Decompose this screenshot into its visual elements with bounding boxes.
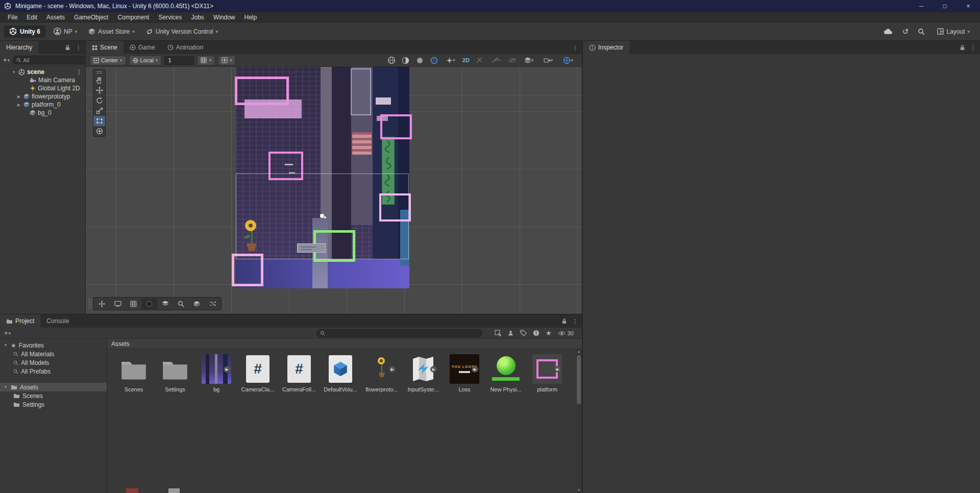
panel-menu-icon[interactable]: ⋮ [572,317,578,325]
asset-camera-script-1[interactable]: # CameraCla... [238,354,277,392]
scene-lighting-off-icon[interactable] [475,56,484,65]
asset-settings-folder[interactable]: Settings [156,354,194,392]
lighting-toggle-icon[interactable] [401,56,410,65]
hierarchy-add-button[interactable]: + ▾ [2,56,11,64]
hierarchy-item-bg-0[interactable]: bg_0 [0,109,85,117]
pan-view-icon[interactable] [94,298,110,309]
menu-window[interactable]: Window [209,12,240,22]
triangle-down-icon[interactable]: ▼ [11,70,16,75]
tree-assets-root[interactable]: ▼ Assets [0,383,107,391]
grid-size-input[interactable] [164,56,194,65]
view-hand-tool[interactable] [93,75,105,85]
tab-scene[interactable]: Scene [86,41,124,54]
triangle-right-icon[interactable]: ▶ [16,94,21,99]
search-icon[interactable] [918,28,925,35]
tab-console[interactable]: Console [40,314,75,328]
menu-component[interactable]: Component [113,12,154,22]
asset-bg-image[interactable]: ▶ bg [197,354,236,392]
project-search[interactable] [316,329,482,337]
cloud-icon[interactable] [884,28,893,35]
tab-project[interactable]: Project [0,314,40,328]
partial-asset-tile[interactable] [168,488,180,493]
toolbar-drag-handle[interactable] [89,298,91,309]
account-dropdown[interactable]: NP ▾ [51,26,80,38]
shuffle-overlays-icon[interactable] [205,298,220,309]
menu-assets[interactable]: Assets [42,12,69,22]
history-icon[interactable]: ↺ [902,27,909,36]
asset-camera-script-2[interactable]: # CameraFoll... [280,354,318,392]
asset-expander-icon[interactable]: ▶ [389,366,396,373]
layout-dropdown[interactable]: Layout ▾ [934,26,973,38]
hidden-packages-toggle[interactable]: 30 [558,330,574,336]
asset-expander-icon[interactable]: ▶ [554,366,561,373]
panel-menu-icon[interactable]: ⋮ [75,44,82,52]
favorites-group[interactable]: ▼ ★ Favorites [0,341,107,350]
triangle-right-icon[interactable]: ▶ [16,103,21,107]
menu-file[interactable]: File [3,12,22,22]
hidden-objects-icon[interactable] [507,56,517,65]
lock-icon[interactable] [960,44,965,51]
menu-edit[interactable]: Edit [22,12,42,22]
favorite-all-materials[interactable]: All Materials [0,350,107,358]
move-tool[interactable] [93,85,105,95]
snap-settings-dropdown[interactable]: ▾ [218,56,236,65]
asset-expander-icon[interactable]: ▶ [224,366,230,373]
collider-outline-translucent[interactable] [351,68,371,115]
menu-help[interactable]: Help [240,12,262,22]
partial-asset-tile[interactable] [126,488,138,493]
row-menu-icon[interactable]: ⋮ [76,68,82,76]
asset-scenes-folder[interactable]: Scenes [114,354,153,392]
asset-store-dropdown[interactable]: Asset Store ▾ [85,26,138,38]
hierarchy-item-main-camera[interactable]: Main Camera [0,76,85,84]
handle-orientation-dropdown[interactable]: Local ▾ [129,56,162,65]
camera-overlay-dropdown[interactable]: ▾ [541,56,555,65]
platform-sprite-pink[interactable] [244,100,302,118]
grid-toggle-icon[interactable] [126,298,141,309]
panel-menu-icon[interactable]: ⋮ [572,44,578,52]
tree-folder-settings[interactable]: Settings [0,400,107,409]
maximize-button[interactable]: □ [933,0,957,12]
favorites-filter-icon[interactable]: ★ [546,329,552,337]
search-by-label-icon[interactable] [520,330,527,336]
menu-jobs[interactable]: Jobs [186,12,208,22]
version-control-dropdown[interactable]: Unity Version Control ▾ [143,26,221,38]
transform-tool[interactable] [93,126,105,136]
asset-platform-sprite[interactable]: ▶ platform [528,354,567,392]
palette-drag-handle[interactable] [93,69,105,75]
rotate-tool[interactable] [93,95,105,106]
asset-grid-scrollbar[interactable]: ▲ ▼ [576,349,582,493]
asset-expander-icon[interactable]: ▶ [472,366,478,373]
platform-sprite-gray[interactable] [297,243,326,253]
platform-collider-outline[interactable] [380,114,412,139]
asset-loss-image[interactable]: YOU LOOSE ▶ Loss [445,354,484,392]
paint-overlay-icon[interactable]: ▾ [489,56,502,65]
effects-toggle-icon[interactable] [430,56,439,65]
favorite-all-models[interactable]: All Models [0,358,107,367]
minimize-button[interactable]: ─ [910,0,933,12]
hierarchy-item-global-light[interactable]: Global Light 2D [0,84,85,92]
gizmos-dropdown[interactable]: ▾ [560,56,576,65]
tab-inspector[interactable]: Inspector [583,41,629,54]
menu-services[interactable]: Services [154,12,186,22]
skybox-toggle-icon[interactable] [141,298,157,309]
flower-sprite[interactable] [243,221,260,252]
lock-icon[interactable] [561,318,567,325]
tab-hierarchy[interactable]: Hierarchy [0,41,38,54]
project-add-button[interactable]: + ▾ [3,329,12,337]
scene-viewport[interactable] [86,67,582,314]
project-search-input[interactable] [327,330,479,336]
asset-physics-material[interactable]: New Physi... [486,354,525,392]
2d-mode-toggle[interactable]: 2D [462,57,470,63]
lock-icon[interactable] [65,44,70,51]
tab-animation[interactable]: Animation [161,41,209,54]
hierarchy-item-platform-0[interactable]: ▶ platform_0 [0,101,85,109]
layers-dropdown[interactable]: ▾ [522,56,536,65]
effects-dropdown[interactable]: ▾ [444,56,457,65]
layers-view-icon[interactable] [157,298,173,309]
shading-mode-icon[interactable] [387,56,396,65]
scrollbar-thumb[interactable] [577,355,581,404]
menu-gameobject[interactable]: GameObject [69,12,113,22]
grid-visual-dropdown[interactable]: ▾ [197,56,215,65]
tab-game[interactable]: Game [124,41,161,54]
camera-preview-icon[interactable] [110,298,126,309]
